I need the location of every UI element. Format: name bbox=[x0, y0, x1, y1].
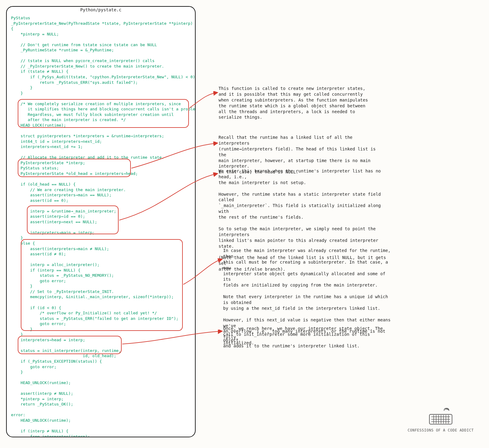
brand-caption: CONFESSIONS OF A CODE ADDICT bbox=[408, 428, 474, 433]
brand-logo: CONFESSIONS OF A CODE ADDICT bbox=[408, 408, 474, 433]
annotation-1: This function is called to create new in… bbox=[219, 86, 381, 120]
code-frame: Python/pystate.c PyStatus _PyInterpreter… bbox=[6, 6, 196, 437]
page-root: Python/pystate.c PyStatus _PyInterpreter… bbox=[6, 6, 483, 442]
code-body: PyStatus _PyInterpreterState_New(PyThrea… bbox=[7, 15, 195, 437]
file-title: Python/pystate.c bbox=[74, 6, 128, 13]
annotation-5: Once, we reach here, we have our interpr… bbox=[223, 326, 385, 349]
keyboard-icon bbox=[427, 408, 454, 426]
